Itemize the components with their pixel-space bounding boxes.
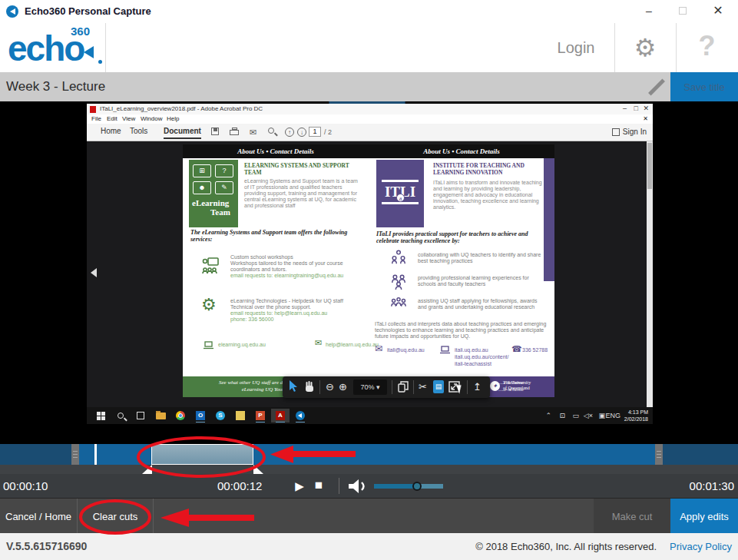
cancel-home-button[interactable]: Cancel / Home xyxy=(0,499,78,534)
timeline-range-handle-right[interactable] xyxy=(655,444,663,465)
pdf-right-column: About Us • Contact Details ITLI a INSTIT… xyxy=(369,144,554,397)
window-titlebar: Echo360 Personal Capture – ✕ xyxy=(0,0,738,23)
start-button-icon xyxy=(91,409,110,422)
menu-help: Help xyxy=(167,115,179,122)
login-button[interactable]: Login xyxy=(538,23,614,72)
copyright-text: © 2018 Echo360, Inc. All rights reserved… xyxy=(475,541,657,552)
tray-mute-icon: ◁× xyxy=(584,412,593,419)
right-intro: ITaLI provides practical support for tea… xyxy=(376,230,549,244)
clear-cuts-button[interactable]: Clear cuts xyxy=(78,499,154,534)
timeline-track[interactable] xyxy=(0,444,738,465)
acrobat-scrollbar xyxy=(647,141,653,407)
tray-chat-icon: ▣ xyxy=(598,412,605,419)
video-preview-area[interactable]: ITaLI_eLearning_overview2018.pdf - Adobe… xyxy=(0,101,738,444)
app-footer: V.5.5.615716690 © 2018 Echo360, Inc. All… xyxy=(0,533,738,560)
recorded-acrobat-window: ITaLI_eLearning_overview2018.pdf - Adobe… xyxy=(87,104,653,424)
zoom-in-button: ⊕ xyxy=(339,381,347,393)
tray-chevron-icon: ⌃ xyxy=(545,412,551,419)
envelope-icon: ✉ xyxy=(315,338,322,348)
playhead[interactable] xyxy=(94,444,97,465)
workshop-icon xyxy=(201,257,220,275)
tab-tools: Tools xyxy=(130,127,147,135)
page-number-input: 1 xyxy=(309,127,321,137)
right-paragraph: ITaLI collects and interprets data about… xyxy=(375,321,548,340)
pdf-file-icon xyxy=(90,106,96,113)
logo-360: 360 xyxy=(71,25,90,38)
document-view-icon: ▤ xyxy=(433,380,444,393)
page-total: / 2 xyxy=(324,128,332,136)
itali-logo: ITLI a xyxy=(376,160,424,227)
selection-handle-left[interactable] xyxy=(142,465,152,474)
help-question-icon[interactable]: ? xyxy=(676,23,738,72)
privacy-policy-link[interactable]: Privacy Policy xyxy=(670,541,732,552)
save-title-button[interactable]: Save title xyxy=(670,72,738,101)
acrobat-floating-toolbar: ⊖ ⊕ 70% ▾ ✂ ▤ ↥ xyxy=(283,376,490,398)
settings-gear-icon[interactable]: ⚙ xyxy=(614,23,676,72)
minimize-button[interactable]: – xyxy=(636,0,662,22)
acrobat-titlebar: ITaLI_eLearning_overview2018.pdf - Adobe… xyxy=(87,104,653,114)
timeline-range-handle-left[interactable] xyxy=(71,444,79,465)
make-cut-button[interactable]: Make cut xyxy=(594,499,670,534)
laptop-grid-icon: ⊞ xyxy=(193,164,211,177)
zoom-level-dropdown: 70% ▾ xyxy=(353,379,387,395)
echo360-app-icon xyxy=(6,5,18,18)
acrobat-close-icon: ✕ xyxy=(643,104,649,112)
edit-pencil-icon[interactable] xyxy=(644,77,667,97)
prev-page-arrow-icon xyxy=(91,268,97,277)
volume-fill xyxy=(374,484,417,489)
chrome-icon xyxy=(171,409,190,422)
organize-pages-icon: ✂ xyxy=(419,381,427,393)
menu-file: File xyxy=(91,115,101,122)
tab-document: Document xyxy=(164,127,201,139)
outlook-icon: O xyxy=(191,409,210,422)
acrobat-content: About Us • Contact Details ⊞ ? ☻ ✎ eLear… xyxy=(87,141,653,407)
play-button[interactable]: ▶ xyxy=(290,477,309,495)
echo360-taskbar-icon xyxy=(291,409,309,422)
tray-clock: 4:13 PM 2/02/2018 xyxy=(624,409,648,422)
echo360-logo: echo 360 xyxy=(8,26,104,69)
left-column-header: About Us • Contact Details xyxy=(183,144,369,158)
right-heading: INSTITUTE FOR TEACHING AND LEARNING INNO… xyxy=(433,163,548,176)
sticky-notes-icon xyxy=(231,409,250,422)
recorded-windows-taskbar: O S P A ⌃ ⊡ ▭ ◁× ▣ ENG 4:13 PM 2/02/2018 xyxy=(87,407,653,424)
acrobat-window-title: ITaLI_eLearning_overview2018.pdf - Adobe… xyxy=(100,105,263,112)
right-column-header: About Us • Contact Details xyxy=(369,144,554,158)
capture-title-bar: Week 3 - Lecture Save title xyxy=(0,72,738,101)
selection-handle-right[interactable] xyxy=(253,465,263,474)
acrobat-minimize-icon: – xyxy=(623,104,627,112)
volume-knob[interactable] xyxy=(412,482,422,491)
hand-tool-icon xyxy=(304,381,315,393)
select-arrow-icon xyxy=(289,380,298,393)
tray-language: ENG xyxy=(605,412,621,419)
service-2: eLearning Technologies - Helpdesk for UQ… xyxy=(230,298,362,323)
email-icon: ✉ xyxy=(250,128,256,138)
laptop-person-icon: ☻ xyxy=(193,181,211,194)
file-explorer-icon xyxy=(151,409,170,422)
uq-crest-icon: ✦ xyxy=(490,381,500,391)
helpdesk-gear-icon: ⚙ xyxy=(201,295,217,315)
stop-button[interactable]: ■ xyxy=(309,476,328,495)
pdf-left-column: About Us • Contact Details ⊞ ? ☻ ✎ eLear… xyxy=(183,144,369,397)
page-up-icon: ↑ xyxy=(285,128,294,137)
people-collab-icon xyxy=(390,249,407,266)
laptop-pencil-icon: ✎ xyxy=(215,181,233,194)
action-bar: Cancel / Home Clear cuts Make cut Apply … xyxy=(0,498,738,533)
volume-icon[interactable] xyxy=(347,479,369,494)
cut-selection-region[interactable] xyxy=(151,444,253,465)
skype-icon: S xyxy=(211,409,230,422)
sign-in-icon xyxy=(612,128,620,136)
pdf-page: About Us • Contact Details ⊞ ? ☻ ✎ eLear… xyxy=(183,144,554,397)
upload-share-icon: ↥ xyxy=(473,381,482,393)
service-1: Custom school workshops Workshops tailor… xyxy=(230,254,362,279)
sign-in-button: Sign In xyxy=(612,128,647,136)
volume-slider[interactable] xyxy=(374,484,443,489)
apply-edits-button[interactable]: Apply edits xyxy=(670,499,738,534)
people-group-icon xyxy=(390,297,407,313)
left-body: eLearning Systems and Support team is a … xyxy=(244,178,361,209)
close-button[interactable]: ✕ xyxy=(705,0,731,22)
maximize-button[interactable] xyxy=(670,0,696,22)
purple-edge-band xyxy=(544,158,554,281)
laptop-icon xyxy=(203,341,214,350)
copy-pages-icon xyxy=(398,381,409,393)
echo360-personal-capture-window: Echo360 Personal Capture – ✕ echo 360 Lo… xyxy=(0,0,738,560)
